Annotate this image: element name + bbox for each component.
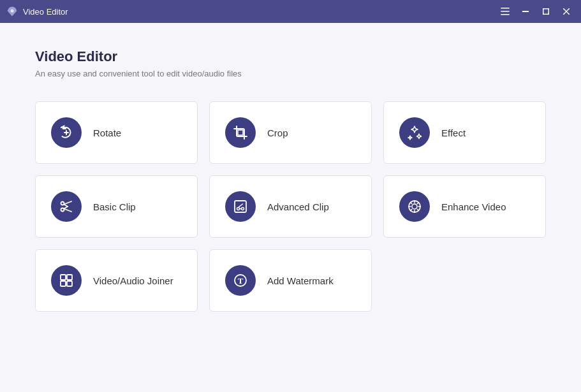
advanced-clip-icon-circle (225, 191, 256, 222)
svg-rect-32 (61, 275, 66, 280)
effect-icon (407, 125, 422, 140)
svg-line-31 (411, 209, 412, 210)
svg-rect-35 (67, 281, 72, 286)
effect-card[interactable]: Effect (383, 101, 546, 164)
svg-point-19 (242, 208, 244, 210)
svg-rect-33 (67, 275, 72, 280)
basic-clip-icon-circle (51, 191, 82, 222)
svg-rect-3 (501, 14, 510, 15)
svg-point-23 (412, 204, 417, 209)
svg-line-14 (64, 209, 71, 212)
video-audio-joiner-label: Video/Audio Joiner (93, 275, 173, 286)
tools-grid: Rotate Crop (35, 101, 546, 312)
title-bar: Video Editor (0, 0, 581, 23)
add-watermark-icon-circle: T (225, 265, 256, 296)
app-window: Video Editor Video Editor An easy (0, 0, 581, 392)
joiner-icon (59, 273, 74, 288)
basic-clip-label: Basic Clip (93, 201, 136, 212)
svg-rect-10 (238, 130, 243, 135)
rotate-label: Rotate (93, 127, 121, 138)
add-watermark-label: Add Watermark (267, 275, 334, 286)
crop-label: Crop (267, 127, 288, 138)
svg-rect-1 (501, 8, 510, 9)
menu-button[interactable] (497, 5, 513, 18)
svg-line-28 (411, 203, 412, 204)
rotate-card[interactable]: Rotate (35, 101, 198, 164)
main-content: Video Editor An easy use and convenient … (0, 23, 581, 392)
add-watermark-card[interactable]: T Add Watermark (209, 249, 372, 312)
crop-icon (233, 125, 248, 140)
enhance-icon (407, 199, 422, 214)
enhance-video-card[interactable]: Enhance Video (383, 175, 546, 238)
app-icon (6, 6, 18, 17)
svg-line-30 (417, 203, 418, 204)
page-title: Video Editor (35, 48, 546, 65)
scissors-icon (59, 199, 74, 214)
svg-line-13 (64, 201, 71, 205)
svg-rect-17 (235, 201, 246, 212)
crop-icon-circle (225, 117, 256, 148)
advanced-clip-card[interactable]: Advanced Clip (209, 175, 372, 238)
advanced-clip-label: Advanced Clip (267, 201, 329, 212)
title-bar-title: Video Editor (23, 7, 68, 17)
svg-line-16 (64, 207, 68, 209)
watermark-icon: T (233, 273, 248, 288)
svg-line-21 (239, 204, 243, 208)
video-audio-joiner-card[interactable]: Video/Audio Joiner (35, 249, 198, 312)
rotate-icon-circle (51, 117, 82, 148)
close-button[interactable] (558, 5, 575, 18)
video-audio-joiner-icon-circle (51, 265, 82, 296)
svg-rect-34 (61, 281, 66, 286)
maximize-button[interactable] (538, 5, 554, 18)
svg-text:T: T (238, 276, 244, 286)
svg-line-29 (417, 209, 418, 210)
rotate-icon (59, 125, 74, 140)
page-subtitle: An easy use and convenient tool to edit … (35, 69, 546, 78)
svg-rect-5 (543, 9, 549, 15)
crop-card[interactable]: Crop (209, 101, 372, 164)
minimize-button[interactable] (517, 5, 534, 18)
basic-clip-card[interactable]: Basic Clip (35, 175, 198, 238)
svg-rect-4 (522, 11, 529, 12)
enhance-video-icon-circle (399, 191, 430, 222)
svg-point-0 (11, 10, 14, 13)
title-bar-controls (497, 5, 575, 18)
enhance-video-label: Enhance Video (441, 201, 506, 212)
advanced-clip-icon (233, 199, 248, 214)
svg-rect-2 (501, 11, 510, 12)
effect-label: Effect (441, 127, 466, 138)
effect-icon-circle (399, 117, 430, 148)
title-bar-left: Video Editor (6, 6, 68, 17)
